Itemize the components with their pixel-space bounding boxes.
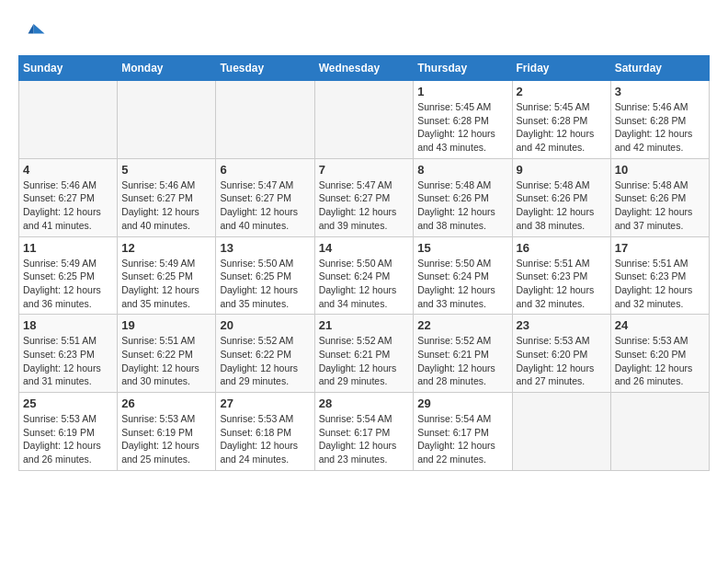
calendar-day-cell [610,393,709,471]
weekday-header: Monday [118,56,216,81]
day-number: 16 [517,241,607,255]
day-info: Sunrise: 5:48 AM Sunset: 6:26 PM Dayligh… [615,178,705,233]
day-info: Sunrise: 5:53 AM Sunset: 6:20 PM Dayligh… [615,334,705,388]
weekday-header: Sunday [19,56,118,81]
day-info: Sunrise: 5:53 AM Sunset: 6:19 PM Dayligh… [121,412,211,466]
calendar-week-row: 18Sunrise: 5:51 AM Sunset: 6:23 PM Dayli… [19,315,710,393]
day-info: Sunrise: 5:51 AM Sunset: 6:23 PM Dayligh… [517,257,607,311]
day-info: Sunrise: 5:52 AM Sunset: 6:21 PM Dayligh… [417,334,507,388]
calendar-table: SundayMondayTuesdayWednesdayThursdayFrid… [18,55,710,471]
day-number: 19 [121,318,211,332]
calendar-day-cell: 24Sunrise: 5:53 AM Sunset: 6:20 PM Dayli… [610,315,709,393]
day-number: 20 [220,318,310,332]
calendar-day-cell: 21Sunrise: 5:52 AM Sunset: 6:21 PM Dayli… [314,315,414,393]
calendar-day-cell: 23Sunrise: 5:53 AM Sunset: 6:20 PM Dayli… [512,315,610,393]
calendar-day-cell: 18Sunrise: 5:51 AM Sunset: 6:23 PM Dayli… [19,315,118,393]
calendar-day-cell: 29Sunrise: 5:54 AM Sunset: 6:17 PM Dayli… [414,393,512,471]
day-info: Sunrise: 5:53 AM Sunset: 6:19 PM Dayligh… [23,412,113,466]
day-number: 6 [220,163,310,177]
day-info: Sunrise: 5:45 AM Sunset: 6:28 PM Dayligh… [517,100,607,155]
calendar-day-cell: 15Sunrise: 5:50 AM Sunset: 6:24 PM Dayli… [414,236,512,315]
calendar-day-cell: 13Sunrise: 5:50 AM Sunset: 6:25 PM Dayli… [216,236,314,315]
calendar-day-cell [118,81,216,159]
day-number: 12 [121,241,211,255]
day-number: 18 [23,318,113,332]
day-info: Sunrise: 5:50 AM Sunset: 6:24 PM Dayligh… [319,257,410,311]
day-number: 22 [417,318,507,332]
day-number: 24 [615,318,705,332]
calendar-week-row: 4Sunrise: 5:46 AM Sunset: 6:27 PM Daylig… [19,158,710,236]
day-info: Sunrise: 5:51 AM Sunset: 6:23 PM Dayligh… [23,334,113,388]
day-number: 23 [517,318,607,332]
calendar-week-row: 11Sunrise: 5:49 AM Sunset: 6:25 PM Dayli… [19,236,710,315]
calendar-day-cell: 27Sunrise: 5:53 AM Sunset: 6:18 PM Dayli… [216,393,314,471]
logo-icon [18,18,46,46]
calendar-day-cell: 6Sunrise: 5:47 AM Sunset: 6:27 PM Daylig… [216,158,314,236]
calendar-day-cell: 20Sunrise: 5:52 AM Sunset: 6:22 PM Dayli… [216,315,314,393]
day-number: 21 [319,318,410,332]
day-number: 9 [517,163,607,177]
calendar-day-cell [314,81,414,159]
weekday-header: Tuesday [216,56,314,81]
calendar-header-row: SundayMondayTuesdayWednesdayThursdayFrid… [19,56,710,81]
day-info: Sunrise: 5:53 AM Sunset: 6:18 PM Dayligh… [220,412,310,466]
svg-marker-0 [34,24,45,34]
day-number: 7 [319,163,410,177]
calendar-day-cell: 1Sunrise: 5:45 AM Sunset: 6:28 PM Daylig… [414,81,512,159]
calendar-day-cell: 11Sunrise: 5:49 AM Sunset: 6:25 PM Dayli… [19,236,118,315]
calendar-week-row: 25Sunrise: 5:53 AM Sunset: 6:19 PM Dayli… [19,393,710,471]
day-info: Sunrise: 5:52 AM Sunset: 6:22 PM Dayligh… [220,334,310,388]
calendar-day-cell: 12Sunrise: 5:49 AM Sunset: 6:25 PM Dayli… [118,236,216,315]
day-number: 26 [121,396,211,410]
day-number: 15 [417,241,507,255]
calendar-day-cell: 4Sunrise: 5:46 AM Sunset: 6:27 PM Daylig… [19,158,118,236]
calendar-day-cell: 17Sunrise: 5:51 AM Sunset: 6:23 PM Dayli… [610,236,709,315]
calendar-day-cell [216,81,314,159]
day-number: 27 [220,396,310,410]
calendar-day-cell: 10Sunrise: 5:48 AM Sunset: 6:26 PM Dayli… [610,158,709,236]
day-info: Sunrise: 5:53 AM Sunset: 6:20 PM Dayligh… [517,334,607,388]
day-info: Sunrise: 5:50 AM Sunset: 6:25 PM Dayligh… [220,257,310,311]
calendar-day-cell: 26Sunrise: 5:53 AM Sunset: 6:19 PM Dayli… [118,393,216,471]
day-number: 11 [23,241,113,255]
calendar-day-cell: 9Sunrise: 5:48 AM Sunset: 6:26 PM Daylig… [512,158,610,236]
day-info: Sunrise: 5:49 AM Sunset: 6:25 PM Dayligh… [121,257,211,311]
day-info: Sunrise: 5:50 AM Sunset: 6:24 PM Dayligh… [417,257,507,311]
calendar-week-row: 1Sunrise: 5:45 AM Sunset: 6:28 PM Daylig… [19,81,710,159]
day-info: Sunrise: 5:46 AM Sunset: 6:28 PM Dayligh… [615,100,705,155]
calendar-day-cell: 7Sunrise: 5:47 AM Sunset: 6:27 PM Daylig… [314,158,414,236]
day-number: 4 [23,163,113,177]
calendar-day-cell: 28Sunrise: 5:54 AM Sunset: 6:17 PM Dayli… [314,393,414,471]
day-info: Sunrise: 5:54 AM Sunset: 6:17 PM Dayligh… [319,412,410,466]
day-number: 2 [517,85,607,98]
weekday-header: Friday [512,56,610,81]
day-info: Sunrise: 5:47 AM Sunset: 6:27 PM Dayligh… [319,178,410,233]
calendar-day-cell: 8Sunrise: 5:48 AM Sunset: 6:26 PM Daylig… [414,158,512,236]
calendar-day-cell: 5Sunrise: 5:46 AM Sunset: 6:27 PM Daylig… [118,158,216,236]
day-number: 14 [319,241,410,255]
day-info: Sunrise: 5:46 AM Sunset: 6:27 PM Dayligh… [23,178,113,233]
day-number: 3 [615,85,705,98]
calendar-day-cell: 3Sunrise: 5:46 AM Sunset: 6:28 PM Daylig… [610,81,709,159]
day-number: 1 [417,85,507,98]
day-number: 28 [319,396,410,410]
day-info: Sunrise: 5:51 AM Sunset: 6:23 PM Dayligh… [615,257,705,311]
calendar-day-cell: 25Sunrise: 5:53 AM Sunset: 6:19 PM Dayli… [19,393,118,471]
weekday-header: Saturday [610,56,709,81]
day-number: 5 [121,163,211,177]
calendar-day-cell: 2Sunrise: 5:45 AM Sunset: 6:28 PM Daylig… [512,81,610,159]
day-info: Sunrise: 5:48 AM Sunset: 6:26 PM Dayligh… [517,178,607,233]
calendar-day-cell [512,393,610,471]
page-header [18,18,710,46]
day-number: 10 [615,163,705,177]
calendar-day-cell: 22Sunrise: 5:52 AM Sunset: 6:21 PM Dayli… [414,315,512,393]
day-number: 25 [23,396,113,410]
day-info: Sunrise: 5:45 AM Sunset: 6:28 PM Dayligh… [417,100,507,155]
day-number: 17 [615,241,705,255]
day-info: Sunrise: 5:46 AM Sunset: 6:27 PM Dayligh… [121,178,211,233]
day-info: Sunrise: 5:47 AM Sunset: 6:27 PM Dayligh… [220,178,310,233]
weekday-header: Thursday [414,56,512,81]
day-number: 13 [220,241,310,255]
day-number: 8 [417,163,507,177]
logo [18,18,50,46]
